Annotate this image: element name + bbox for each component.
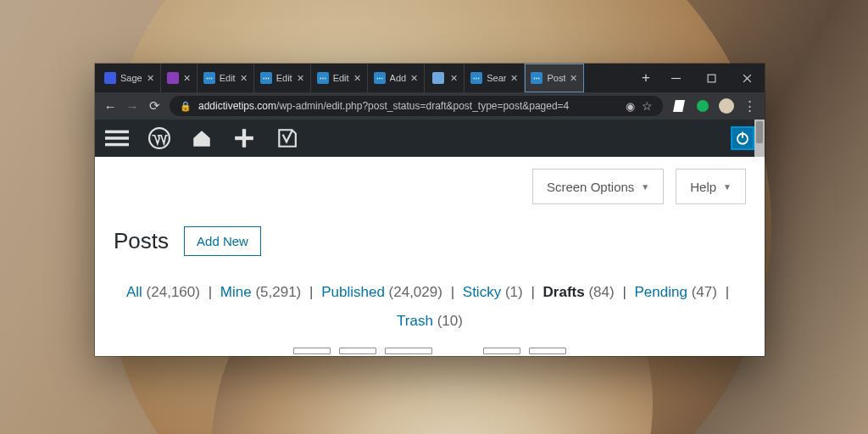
home-icon[interactable] (190, 127, 214, 149)
extension-grammarly-icon[interactable] (695, 98, 710, 114)
tab-favicon (104, 72, 116, 84)
profile-avatar[interactable] (719, 98, 734, 114)
tab-favicon: ⋯ (531, 72, 542, 84)
nav-reload-button[interactable]: ⟳ (147, 98, 161, 114)
wp-content: Screen Options▼ Help▼ Posts Add New All … (95, 157, 765, 356)
filter-sticky-count: (1) (505, 284, 523, 300)
tab-favicon (432, 72, 444, 84)
browser-tab[interactable]: ⋯Add✕ (368, 64, 426, 92)
screen-options-button[interactable]: Screen Options▼ (532, 169, 664, 204)
wordpress-logo-icon[interactable] (147, 127, 171, 149)
browser-tab[interactable]: Sage✕ (98, 64, 161, 92)
tab-favicon: ⋯ (317, 72, 329, 84)
svg-rect-7 (235, 136, 253, 140)
svg-rect-0 (671, 77, 681, 78)
tab-strip: Sage✕✕⋯Edit✕⋯Edit✕⋯Edit✕⋯Add✕✕⋯Sear✕⋯Pos… (95, 64, 634, 92)
nav-back-button[interactable]: ← (103, 99, 117, 114)
svg-rect-9 (742, 132, 743, 139)
filter-published[interactable]: Published (321, 284, 385, 300)
svg-rect-1 (708, 75, 715, 82)
browser-tab[interactable]: ⋯Post✕ (525, 64, 584, 92)
filter-mine[interactable]: Mine (220, 284, 252, 300)
tab-favicon: ⋯ (470, 72, 482, 84)
tab-label: Sear (487, 73, 506, 83)
window-maximize-button[interactable] (693, 64, 729, 92)
extension-tag-icon[interactable] (671, 98, 687, 114)
caret-down-icon: ▼ (641, 182, 649, 192)
filter-published-count: (24,029) (389, 284, 442, 300)
add-new-button[interactable]: Add New (184, 226, 261, 256)
filter-trash-count: (10) (437, 313, 463, 329)
control-stub[interactable] (385, 348, 432, 354)
control-stub[interactable] (339, 348, 376, 354)
browser-window: Sage✕✕⋯Edit✕⋯Edit✕⋯Edit✕⋯Add✕✕⋯Sear✕⋯Pos… (95, 64, 765, 356)
filter-mine-count: (5,291) (255, 284, 301, 300)
tab-favicon: ⋯ (260, 72, 272, 84)
tab-close-icon[interactable]: ✕ (510, 73, 518, 84)
filter-all-count: (24,160) (147, 284, 200, 300)
address-bar: ← → ⟳ 🔒 addictivetips.com/wp-admin/edit.… (95, 92, 765, 120)
control-stub[interactable] (483, 348, 520, 354)
tab-label: Edit (333, 73, 349, 83)
power-icon[interactable] (731, 126, 754, 150)
filter-trash[interactable]: Trash (397, 313, 433, 329)
new-tab-button[interactable]: + (634, 64, 658, 92)
tab-favicon: ⋯ (374, 72, 386, 84)
svg-rect-4 (105, 143, 129, 147)
post-status-filters: All (24,160) | Mine (5,291) | Published … (114, 278, 746, 336)
browser-tab[interactable]: ✕ (425, 64, 465, 92)
window-close-button[interactable] (729, 64, 765, 92)
reader-icon[interactable]: ◉ (626, 100, 635, 113)
new-content-icon[interactable] (232, 127, 256, 149)
tab-favicon (167, 72, 179, 84)
tab-label: Edit (276, 73, 292, 83)
nav-forward-button[interactable]: → (125, 99, 139, 114)
wp-admin-bar (95, 120, 765, 157)
tab-close-icon[interactable]: ✕ (297, 73, 304, 84)
tab-label: Edit (220, 73, 236, 83)
yoast-seo-icon[interactable] (275, 127, 298, 149)
window-minimize-button[interactable] (658, 64, 693, 92)
browser-tab[interactable]: ✕ (161, 64, 198, 92)
hamburger-menu-icon[interactable] (105, 126, 129, 150)
browser-menu-button[interactable]: ⋮ (743, 98, 756, 114)
control-stub[interactable] (529, 348, 566, 354)
browser-tab[interactable]: ⋯Edit✕ (254, 64, 311, 92)
tab-close-icon[interactable]: ✕ (147, 73, 154, 84)
window-controls (658, 64, 765, 92)
tab-close-icon[interactable]: ✕ (353, 73, 361, 84)
filter-drafts-count: (84) (588, 284, 614, 300)
lock-icon: 🔒 (180, 101, 192, 112)
omnibox[interactable]: 🔒 addictivetips.com/wp-admin/edit.php?po… (170, 96, 663, 116)
filter-sticky[interactable]: Sticky (463, 284, 501, 300)
tab-label: Post (547, 73, 565, 83)
tab-favicon: ⋯ (203, 72, 215, 84)
scrollbar[interactable] (754, 120, 765, 157)
browser-tab[interactable]: ⋯Sear✕ (465, 64, 525, 92)
page-title: Posts (114, 228, 169, 254)
tab-close-icon[interactable]: ✕ (183, 73, 191, 84)
tab-label: Sage (120, 73, 142, 83)
filter-drafts[interactable]: Drafts (543, 284, 585, 300)
tab-close-icon[interactable]: ✕ (450, 73, 458, 84)
tab-label: Add (390, 73, 407, 83)
control-stub[interactable] (293, 348, 331, 354)
browser-tab[interactable]: ⋯Edit✕ (198, 64, 254, 92)
tab-close-icon[interactable]: ✕ (240, 73, 248, 84)
filter-all[interactable]: All (126, 284, 142, 300)
url-text: addictivetips.com/wp-admin/edit.php?post… (198, 100, 619, 112)
bulk-action-row (114, 348, 746, 354)
tab-close-icon[interactable]: ✕ (410, 73, 418, 84)
titlebar: Sage✕✕⋯Edit✕⋯Edit✕⋯Edit✕⋯Add✕✕⋯Sear✕⋯Pos… (95, 64, 765, 92)
svg-rect-2 (105, 131, 129, 134)
tab-close-icon[interactable]: ✕ (570, 73, 577, 84)
help-button[interactable]: Help▼ (676, 169, 746, 204)
bookmark-star-icon[interactable]: ☆ (642, 99, 653, 113)
browser-tab[interactable]: ⋯Edit✕ (311, 64, 368, 92)
svg-rect-3 (105, 136, 129, 140)
filter-pending[interactable]: Pending (635, 284, 687, 300)
filter-pending-count: (47) (692, 284, 717, 300)
caret-down-icon: ▼ (723, 182, 732, 192)
